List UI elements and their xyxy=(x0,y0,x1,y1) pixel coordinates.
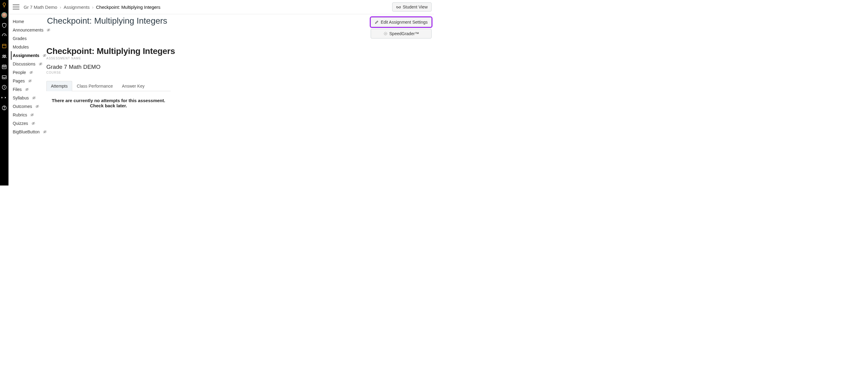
svg-point-2 xyxy=(4,55,6,57)
tab-class-performance[interactable]: Class Performance xyxy=(72,81,117,91)
course-nav-item[interactable]: Home xyxy=(13,17,43,26)
avatar-icon[interactable] xyxy=(1,12,7,18)
course-nav-item[interactable]: Syllabus xyxy=(13,94,43,102)
hamburger-menu[interactable] xyxy=(13,4,20,9)
course-nav-label: Grades xyxy=(13,36,27,41)
svg-point-5 xyxy=(4,67,4,67)
course-nav-item[interactable]: Assignments xyxy=(11,51,43,60)
course-nav-item[interactable]: Rubrics xyxy=(13,111,43,119)
logo-icon[interactable] xyxy=(1,2,7,8)
chevron-right-icon: › xyxy=(92,4,94,10)
speedgrader-icon xyxy=(383,32,388,36)
assessment-name: Checkpoint: Multiplying Integers xyxy=(46,47,432,56)
course-nav-label: Assignments xyxy=(13,53,39,58)
svg-point-10 xyxy=(4,109,4,109)
course-nav-item[interactable]: BigBlueButton xyxy=(13,128,43,136)
content-pane: Checkpoint: Multiplying Integers Edit As… xyxy=(43,14,434,185)
breadcrumb-course[interactable]: Gr 7 Math Demo xyxy=(24,4,57,10)
breadcrumb-section[interactable]: Assignments xyxy=(64,4,90,10)
calendar-icon[interactable] xyxy=(1,64,7,70)
hidden-icon xyxy=(35,104,39,109)
course-nav-item[interactable]: Files xyxy=(13,85,43,94)
edit-assignment-settings-button[interactable]: Edit Assignment Settings xyxy=(371,17,432,27)
hidden-icon xyxy=(31,121,35,125)
edit-settings-label: Edit Assignment Settings xyxy=(381,20,428,25)
course-nav-label: Quizzes xyxy=(13,121,28,126)
course-nav-item[interactable]: Modules xyxy=(13,43,43,51)
course-nav-label: Files xyxy=(13,87,22,92)
hidden-icon xyxy=(28,79,32,83)
svg-point-12 xyxy=(399,7,400,8)
hidden-icon xyxy=(30,113,34,117)
courses-icon[interactable] xyxy=(1,43,7,49)
course-nav: HomeAnnouncementsGradesModulesAssignment… xyxy=(8,14,43,185)
course-nav-item[interactable]: Grades xyxy=(13,34,43,43)
svg-rect-0 xyxy=(2,44,6,48)
help-icon[interactable] xyxy=(1,105,7,111)
course-nav-label: Outcomes xyxy=(13,104,32,109)
admin-icon[interactable] xyxy=(1,23,7,29)
empty-state-message: There are currently no attempts for this… xyxy=(46,98,170,108)
dashboard-icon[interactable] xyxy=(1,33,7,39)
pencil-icon xyxy=(375,20,379,24)
course-name: Grade 7 Math DEMO xyxy=(46,64,432,70)
course-nav-label: Rubrics xyxy=(13,113,27,117)
hidden-icon xyxy=(29,70,33,74)
course-nav-item[interactable]: People xyxy=(13,68,43,77)
course-nav-item[interactable]: Pages xyxy=(13,77,43,85)
hidden-icon xyxy=(25,87,29,92)
svg-point-11 xyxy=(396,7,398,8)
course-nav-label: BigBlueButton xyxy=(13,129,40,134)
course-nav-label: Discussions xyxy=(13,62,35,66)
commons-icon[interactable] xyxy=(1,95,7,101)
course-nav-label: Syllabus xyxy=(13,95,29,100)
course-label: COURSE xyxy=(46,71,432,74)
topbar: Gr 7 Math Demo › Assignments › Checkpoin… xyxy=(8,0,434,14)
hidden-icon xyxy=(32,96,36,100)
student-view-label: Student View xyxy=(403,4,428,9)
assessment-name-label: ASSESSMENT NAME xyxy=(46,57,432,60)
course-nav-label: Modules xyxy=(13,44,29,50)
inbox-icon[interactable] xyxy=(1,74,7,80)
breadcrumb: Gr 7 Math Demo › Assignments › Checkpoin… xyxy=(24,4,160,10)
course-nav-label: Pages xyxy=(13,79,25,83)
groups-icon[interactable] xyxy=(1,53,7,59)
speedgrader-button[interactable]: SpeedGrader™ xyxy=(371,29,432,38)
glasses-icon xyxy=(396,5,401,9)
tab-answer-key[interactable]: Answer Key xyxy=(117,81,149,91)
tab-attempts[interactable]: Attempts xyxy=(46,81,72,91)
global-nav xyxy=(0,0,8,185)
hidden-icon xyxy=(38,62,43,66)
course-nav-label: Announcements xyxy=(13,28,43,32)
page-title: Checkpoint: Multiplying Integers xyxy=(47,16,167,26)
svg-point-6 xyxy=(5,67,5,67)
chevron-right-icon: › xyxy=(60,4,61,10)
course-nav-item[interactable]: Outcomes xyxy=(13,102,43,111)
speedgrader-label: SpeedGrader™ xyxy=(390,31,419,36)
breadcrumb-current: Checkpoint: Multiplying Integers xyxy=(96,4,161,10)
course-nav-item[interactable]: Quizzes xyxy=(13,119,43,128)
course-nav-item[interactable]: Announcements xyxy=(13,26,43,34)
svg-point-1 xyxy=(3,55,4,57)
tabs: Attempts Class Performance Answer Key xyxy=(46,81,170,91)
course-nav-label: People xyxy=(13,70,26,75)
student-view-button[interactable]: Student View xyxy=(392,2,432,11)
history-icon[interactable] xyxy=(1,84,7,90)
svg-point-4 xyxy=(3,67,3,67)
course-nav-label: Home xyxy=(13,19,24,24)
course-nav-item[interactable]: Discussions xyxy=(13,60,43,68)
